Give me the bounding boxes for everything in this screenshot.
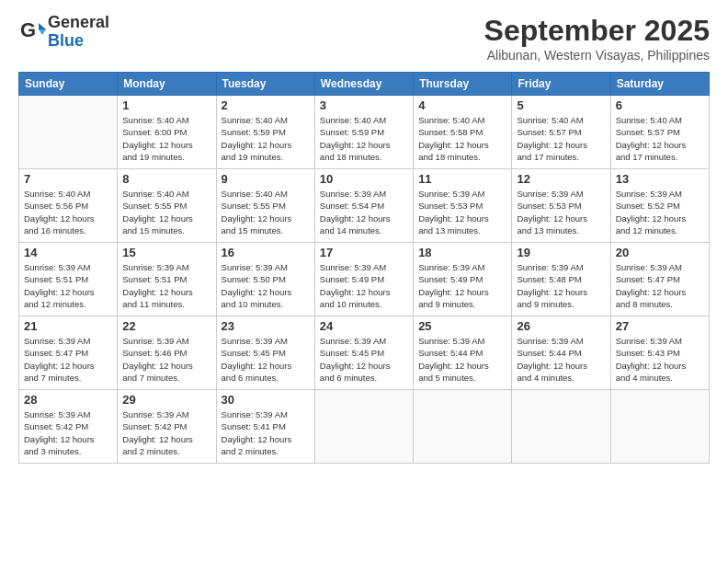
- day-info: Sunrise: 5:40 AM Sunset: 6:00 PM Dayligh…: [122, 114, 210, 163]
- day-number: 2: [222, 98, 310, 112]
- table-cell: 15Sunrise: 5:39 AM Sunset: 5:51 PM Dayli…: [118, 243, 216, 316]
- day-number: 4: [418, 98, 506, 112]
- table-cell: [512, 390, 610, 464]
- col-wednesday: Wednesday: [314, 73, 413, 96]
- table-cell: 28Sunrise: 5:39 AM Sunset: 5:42 PM Dayli…: [19, 390, 118, 464]
- day-number: 1: [122, 98, 210, 112]
- day-number: 28: [24, 393, 112, 407]
- day-info: Sunrise: 5:39 AM Sunset: 5:45 PM Dayligh…: [320, 335, 408, 384]
- day-number: 22: [122, 319, 210, 333]
- day-info: Sunrise: 5:39 AM Sunset: 5:45 PM Dayligh…: [222, 335, 310, 384]
- table-cell: 2Sunrise: 5:40 AM Sunset: 5:59 PM Daylig…: [216, 96, 314, 169]
- table-cell: 9Sunrise: 5:40 AM Sunset: 5:55 PM Daylig…: [216, 169, 314, 243]
- day-info: Sunrise: 5:39 AM Sunset: 5:53 PM Dayligh…: [517, 188, 605, 236]
- table-cell: 16Sunrise: 5:39 AM Sunset: 5:50 PM Dayli…: [216, 243, 314, 316]
- day-number: 24: [320, 319, 408, 333]
- col-monday: Monday: [118, 73, 216, 96]
- day-info: Sunrise: 5:39 AM Sunset: 5:44 PM Dayligh…: [517, 335, 605, 384]
- page-header: G GeneralBlue September 2025 Alibunan, W…: [18, 14, 710, 63]
- day-info: Sunrise: 5:39 AM Sunset: 5:41 PM Dayligh…: [222, 408, 310, 457]
- day-number: 18: [418, 246, 506, 259]
- col-sunday: Sunday: [19, 73, 118, 96]
- day-number: 17: [320, 246, 408, 259]
- calendar-table: Sunday Monday Tuesday Wednesday Thursday…: [18, 72, 710, 464]
- table-cell: 1Sunrise: 5:40 AM Sunset: 6:00 PM Daylig…: [118, 96, 216, 169]
- table-cell: 23Sunrise: 5:39 AM Sunset: 5:45 PM Dayli…: [216, 316, 314, 390]
- day-info: Sunrise: 5:39 AM Sunset: 5:46 PM Dayligh…: [122, 335, 210, 384]
- location-subtitle: Alibunan, Western Visayas, Philippines: [484, 48, 710, 63]
- day-number: 3: [320, 98, 408, 112]
- day-number: 8: [122, 172, 210, 186]
- table-cell: 26Sunrise: 5:39 AM Sunset: 5:44 PM Dayli…: [512, 316, 610, 390]
- day-info: Sunrise: 5:39 AM Sunset: 5:51 PM Dayligh…: [122, 261, 210, 310]
- day-info: Sunrise: 5:40 AM Sunset: 5:59 PM Dayligh…: [320, 114, 408, 163]
- day-number: 27: [616, 319, 704, 333]
- table-cell: [19, 96, 118, 169]
- table-cell: 18Sunrise: 5:39 AM Sunset: 5:49 PM Dayli…: [414, 243, 512, 316]
- svg-marker-2: [39, 29, 46, 35]
- day-number: 15: [122, 246, 210, 259]
- col-friday: Friday: [512, 73, 610, 96]
- table-cell: 6Sunrise: 5:40 AM Sunset: 5:57 PM Daylig…: [610, 96, 709, 169]
- svg-marker-1: [39, 23, 46, 29]
- day-number: 11: [418, 172, 506, 186]
- week-row-4: 21Sunrise: 5:39 AM Sunset: 5:47 PM Dayli…: [19, 316, 710, 390]
- day-number: 12: [517, 172, 605, 186]
- day-info: Sunrise: 5:39 AM Sunset: 5:53 PM Dayligh…: [418, 188, 506, 236]
- svg-text:G: G: [20, 18, 36, 41]
- day-number: 21: [24, 319, 112, 333]
- week-row-1: 1Sunrise: 5:40 AM Sunset: 6:00 PM Daylig…: [19, 96, 710, 169]
- table-cell: 29Sunrise: 5:39 AM Sunset: 5:42 PM Dayli…: [118, 390, 216, 464]
- logo-text: GeneralBlue: [48, 14, 109, 51]
- table-cell: [610, 390, 709, 464]
- day-info: Sunrise: 5:39 AM Sunset: 5:42 PM Dayligh…: [122, 408, 210, 457]
- table-cell: 11Sunrise: 5:39 AM Sunset: 5:53 PM Dayli…: [414, 169, 512, 243]
- day-number: 9: [222, 172, 310, 186]
- day-info: Sunrise: 5:40 AM Sunset: 5:57 PM Dayligh…: [517, 114, 605, 163]
- day-info: Sunrise: 5:39 AM Sunset: 5:51 PM Dayligh…: [24, 261, 112, 310]
- table-cell: 24Sunrise: 5:39 AM Sunset: 5:45 PM Dayli…: [314, 316, 413, 390]
- calendar-header-row: Sunday Monday Tuesday Wednesday Thursday…: [19, 73, 710, 96]
- day-number: 19: [517, 246, 605, 259]
- day-info: Sunrise: 5:40 AM Sunset: 5:58 PM Dayligh…: [418, 114, 506, 163]
- table-cell: 14Sunrise: 5:39 AM Sunset: 5:51 PM Dayli…: [19, 243, 118, 316]
- table-cell: [314, 390, 413, 464]
- day-info: Sunrise: 5:40 AM Sunset: 5:55 PM Dayligh…: [222, 188, 310, 236]
- col-tuesday: Tuesday: [216, 73, 314, 96]
- day-info: Sunrise: 5:39 AM Sunset: 5:49 PM Dayligh…: [418, 261, 506, 310]
- table-cell: 5Sunrise: 5:40 AM Sunset: 5:57 PM Daylig…: [512, 96, 610, 169]
- day-info: Sunrise: 5:39 AM Sunset: 5:43 PM Dayligh…: [616, 335, 704, 384]
- week-row-2: 7Sunrise: 5:40 AM Sunset: 5:56 PM Daylig…: [19, 169, 710, 243]
- day-info: Sunrise: 5:40 AM Sunset: 5:59 PM Dayligh…: [222, 114, 310, 163]
- day-info: Sunrise: 5:39 AM Sunset: 5:42 PM Dayligh…: [24, 408, 112, 457]
- day-number: 26: [517, 319, 605, 333]
- day-info: Sunrise: 5:39 AM Sunset: 5:48 PM Dayligh…: [517, 261, 605, 310]
- day-number: 23: [222, 319, 310, 333]
- table-cell: 30Sunrise: 5:39 AM Sunset: 5:41 PM Dayli…: [216, 390, 314, 464]
- table-cell: 19Sunrise: 5:39 AM Sunset: 5:48 PM Dayli…: [512, 243, 610, 316]
- logo-blue-text: Blue: [48, 31, 84, 50]
- day-info: Sunrise: 5:39 AM Sunset: 5:50 PM Dayligh…: [222, 261, 310, 310]
- day-info: Sunrise: 5:39 AM Sunset: 5:54 PM Dayligh…: [320, 188, 408, 236]
- table-cell: [414, 390, 512, 464]
- day-info: Sunrise: 5:39 AM Sunset: 5:47 PM Dayligh…: [616, 261, 704, 310]
- day-number: 10: [320, 172, 408, 186]
- title-section: September 2025 Alibunan, Western Visayas…: [484, 14, 710, 63]
- month-title: September 2025: [484, 14, 710, 48]
- table-cell: 8Sunrise: 5:40 AM Sunset: 5:55 PM Daylig…: [118, 169, 216, 243]
- table-cell: 21Sunrise: 5:39 AM Sunset: 5:47 PM Dayli…: [19, 316, 118, 390]
- day-info: Sunrise: 5:40 AM Sunset: 5:56 PM Dayligh…: [24, 188, 112, 236]
- col-saturday: Saturday: [610, 73, 709, 96]
- table-cell: 12Sunrise: 5:39 AM Sunset: 5:53 PM Dayli…: [512, 169, 610, 243]
- logo: G GeneralBlue: [18, 14, 109, 51]
- day-info: Sunrise: 5:39 AM Sunset: 5:44 PM Dayligh…: [418, 335, 506, 384]
- week-row-3: 14Sunrise: 5:39 AM Sunset: 5:51 PM Dayli…: [19, 243, 710, 316]
- table-cell: 22Sunrise: 5:39 AM Sunset: 5:46 PM Dayli…: [118, 316, 216, 390]
- day-info: Sunrise: 5:40 AM Sunset: 5:57 PM Dayligh…: [616, 114, 704, 163]
- table-cell: 7Sunrise: 5:40 AM Sunset: 5:56 PM Daylig…: [19, 169, 118, 243]
- table-cell: 13Sunrise: 5:39 AM Sunset: 5:52 PM Dayli…: [610, 169, 709, 243]
- week-row-5: 28Sunrise: 5:39 AM Sunset: 5:42 PM Dayli…: [19, 390, 710, 464]
- table-cell: 4Sunrise: 5:40 AM Sunset: 5:58 PM Daylig…: [414, 96, 512, 169]
- day-number: 13: [616, 172, 704, 186]
- col-thursday: Thursday: [414, 73, 512, 96]
